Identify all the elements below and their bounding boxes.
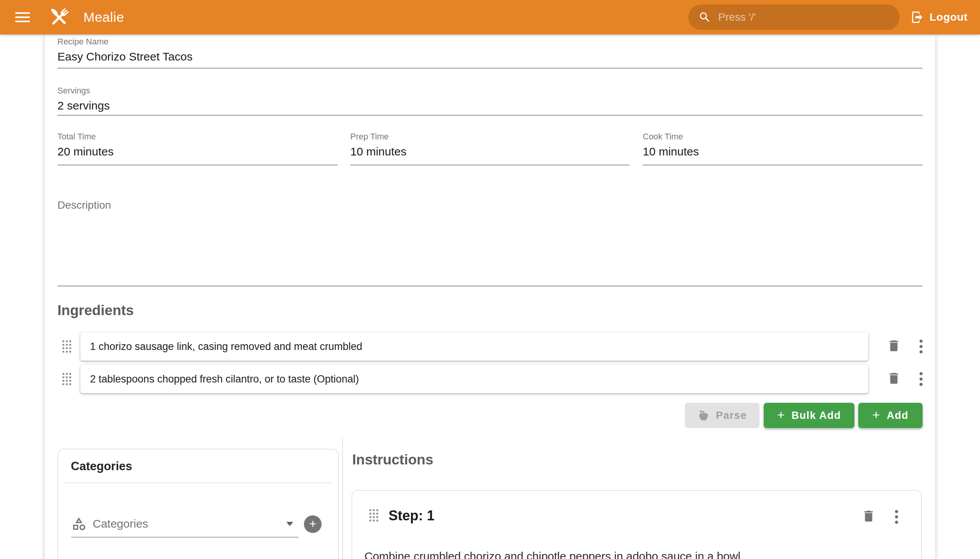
total-time-label: Total Time (58, 132, 338, 142)
trash-icon (887, 371, 901, 385)
ingredient-input[interactable]: 2 tablespoons chopped fresh cilantro, or… (80, 365, 868, 393)
instruction-step-card: Step: 1 Combine crumbled chorizo and chi… (351, 490, 922, 559)
delete-step-button[interactable] (861, 509, 876, 525)
drag-handle-icon[interactable] (63, 373, 71, 385)
menu-bar (15, 17, 30, 18)
ingredient-more-menu[interactable] (919, 372, 922, 386)
total-time-value[interactable]: 20 minutes (58, 145, 338, 158)
app-logo-icon (46, 4, 72, 30)
ingredient-row: 2 tablespoons chopped fresh cilantro, or… (58, 365, 922, 393)
prep-time-label: Prep Time (350, 132, 630, 142)
add-category-button[interactable]: + (304, 515, 322, 533)
cook-time-label: Cook Time (643, 132, 922, 142)
servings-field[interactable]: Servings 2 servings (58, 86, 922, 116)
add-label: Add (887, 410, 909, 422)
step-title: Step: 1 (388, 508, 435, 524)
recipe-editor-card: Recipe Name Easy Chorizo Street Tacos Se… (45, 35, 935, 559)
app-header: Mealie Logout (0, 0, 980, 35)
ingredient-row: 1 chorizo sausage link, casing removed a… (58, 332, 922, 361)
drag-handle-icon[interactable] (63, 341, 71, 352)
ingredient-more-menu[interactable] (919, 340, 922, 353)
parse-label: Parse (716, 410, 747, 422)
prep-time-field[interactable]: Prep Time 10 minutes (350, 132, 630, 165)
ingredients-heading: Ingredients (58, 303, 134, 319)
apple-icon (697, 409, 710, 422)
bulk-add-button[interactable]: + Bulk Add (764, 403, 854, 428)
instructions-heading: Instructions (352, 452, 433, 468)
recipe-edit-page: Mealie Logout Recipe Name Easy Chorizo S… (0, 0, 980, 559)
cook-time-value[interactable]: 10 minutes (643, 145, 922, 158)
cook-time-field[interactable]: Cook Time 10 minutes (643, 132, 922, 165)
recipe-name-field[interactable]: Recipe Name Easy Chorizo Street Tacos (58, 37, 922, 69)
search-box[interactable] (688, 5, 900, 30)
chevron-down-icon (286, 522, 293, 526)
plus-icon: + (777, 407, 785, 422)
categories-divider (65, 483, 332, 483)
step-more-menu[interactable] (895, 510, 898, 524)
description-field[interactable]: Description (58, 199, 922, 286)
servings-value[interactable]: 2 servings (58, 99, 922, 112)
ingredient-input[interactable]: 1 chorizo sausage link, casing removed a… (80, 332, 868, 361)
step-text-input[interactable]: Combine crumbled chorizo and chipotle pe… (364, 548, 906, 559)
description-label: Description (58, 199, 922, 211)
search-input[interactable] (718, 11, 879, 23)
search-icon (698, 11, 711, 24)
categories-select-placeholder: Categories (93, 517, 148, 530)
trash-icon (861, 509, 876, 523)
delete-ingredient-button[interactable] (887, 371, 901, 387)
delete-ingredient-button[interactable] (887, 339, 901, 354)
categories-select[interactable]: Categories (71, 511, 299, 538)
shapes-icon (71, 516, 86, 531)
trash-icon (887, 339, 901, 353)
menu-bar (15, 21, 30, 22)
parse-button[interactable]: Parse (685, 403, 760, 428)
categories-card: Categories Categories + (58, 449, 339, 559)
prep-time-value[interactable]: 10 minutes (350, 145, 630, 158)
logout-label: Logout (929, 11, 968, 23)
recipe-name-value[interactable]: Easy Chorizo Street Tacos (58, 50, 922, 63)
plus-icon: + (309, 517, 317, 531)
menu-icon[interactable] (15, 12, 30, 22)
app-title: Mealie (83, 10, 124, 25)
servings-label: Servings (58, 86, 922, 96)
total-time-field[interactable]: Total Time 20 minutes (58, 132, 338, 165)
menu-bar (15, 12, 30, 14)
add-ingredient-button[interactable]: + Add (858, 403, 922, 428)
logout-button[interactable]: Logout (910, 10, 968, 24)
categories-card-title: Categories (71, 460, 132, 473)
plus-icon: + (873, 407, 881, 422)
logout-icon (910, 10, 924, 24)
recipe-name-label: Recipe Name (58, 37, 922, 47)
bulk-add-label: Bulk Add (791, 410, 841, 422)
column-divider (342, 439, 343, 559)
drag-handle-icon[interactable] (369, 509, 378, 521)
